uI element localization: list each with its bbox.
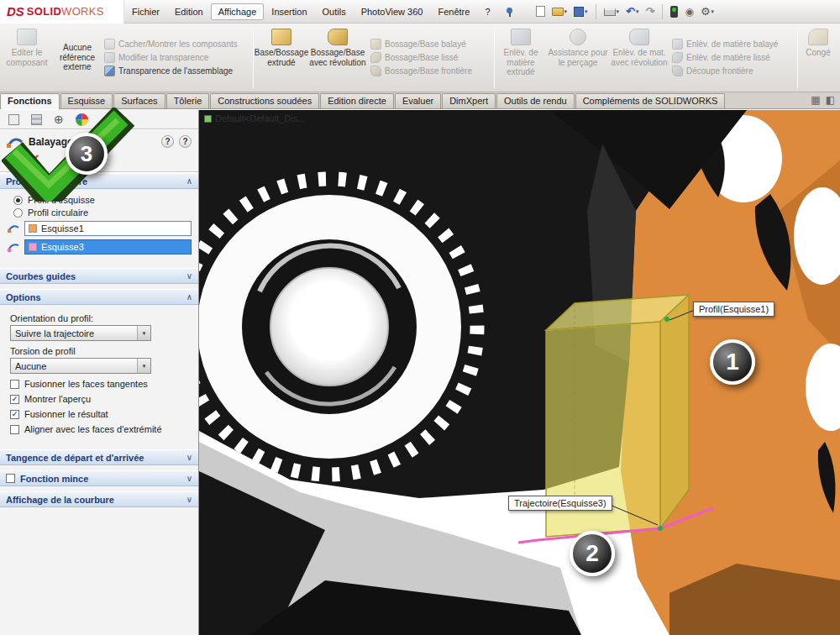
path-color-swatch — [29, 243, 37, 251]
ok-button[interactable]: ✓ — [8, 153, 18, 166]
display-settings-button[interactable]: ◉ — [682, 5, 696, 18]
checkbox-merge-result[interactable]: ✓ Fusionner le résultat — [10, 409, 198, 419]
menu-fenetre[interactable]: Fenêtre — [430, 3, 477, 20]
lofted-boss-button[interactable]: Bossage/Base lissé — [370, 52, 490, 63]
path-selection-field[interactable]: Esquisse3 — [24, 239, 192, 255]
contrast-tool-icon[interactable]: ◧ — [826, 94, 835, 106]
menu-affichage[interactable]: Affichage — [211, 3, 265, 20]
quick-tip-icon[interactable]: ? — [161, 135, 174, 148]
configurationmanager-tab-icon[interactable] — [31, 114, 42, 125]
ribbon-separator — [797, 27, 798, 88]
section-thin-feature[interactable]: Fonction mince ∨ — [0, 470, 198, 486]
section-curvature-display[interactable]: Affichage de la courbure ∨ — [0, 491, 198, 507]
revolved-boss-button[interactable]: Bossage/Base avec révolution — [308, 25, 367, 90]
swept-cut-icon — [672, 39, 683, 50]
checkbox-align-end-faces[interactable]: Aligner avec les faces d'extrémité — [10, 424, 198, 434]
save-button[interactable]: ▾ — [571, 5, 591, 18]
help-icon[interactable]: ? — [179, 135, 192, 148]
dropdown-arrow-icon: ▾ — [137, 326, 150, 340]
graphics-area[interactable]: Default<Default_Dis... Profil(Esquisse1)… — [199, 110, 840, 635]
assembly-transparency-button[interactable]: Transparence de l'assemblage — [104, 66, 249, 76]
tab-dimxpert[interactable]: DimXpert — [442, 93, 496, 108]
orientation-select[interactable]: Suivre la trajectoire ▾ — [10, 325, 151, 341]
hole-wizard-icon — [570, 29, 586, 45]
print-button[interactable]: ▾ — [601, 6, 622, 18]
boundary-boss-button[interactable]: Bossage/Base frontière — [370, 66, 490, 76]
ribbon-separator — [494, 27, 495, 88]
menu-photoview[interactable]: PhotoView 360 — [354, 3, 431, 20]
menu-insertion[interactable]: Insertion — [264, 3, 314, 20]
section-options[interactable]: Options ∧ — [0, 289, 198, 305]
checkbox-merge-tangent-faces[interactable]: Fusionner les faces tangentes — [10, 379, 198, 389]
revolved-cut-button[interactable]: Enlèv. de mat. avec révolution — [610, 25, 669, 90]
menu-fichier[interactable]: Fichier — [124, 3, 167, 20]
undo-button[interactable]: ↶▾ — [623, 4, 641, 18]
menu-outils[interactable]: Outils — [315, 3, 354, 20]
revolved-boss-icon — [328, 29, 348, 45]
tab-surfaces[interactable]: Surfaces — [113, 93, 165, 108]
edit-component-button[interactable]: Editer le composant — [0, 25, 54, 90]
tab-outils-de-rendu[interactable]: Outils de rendu — [496, 93, 575, 108]
swept-boss-button[interactable]: Bossage/Base balayé — [370, 39, 490, 50]
radio-sketch-profile[interactable]: Profil d'esquisse — [13, 195, 198, 205]
change-transparency-button[interactable]: Modifier la transparence — [104, 52, 249, 63]
revolved-cut-icon — [629, 29, 649, 45]
step-1-badge: 1 — [710, 339, 755, 385]
section-guide-curves[interactable]: Courbes guides ∨ — [0, 268, 198, 284]
trajectory-callout[interactable]: Trajectoire(Esquisse3) — [508, 496, 612, 511]
radio-circular-profile[interactable]: Profil circulaire — [13, 207, 198, 218]
toolbar-separator — [596, 4, 596, 19]
extruded-boss-button[interactable]: Base/Bossage extrudé — [255, 25, 308, 90]
redo-icon: ↷ — [645, 6, 654, 17]
swept-cut-button[interactable]: Enlèv. de matière balayé — [672, 39, 793, 50]
displaymanager-tab-icon[interactable] — [76, 113, 88, 126]
lofted-cut-button[interactable]: Enlèv. de matière lissé — [672, 52, 793, 63]
sweep-feature-icon — [7, 136, 24, 148]
dropdown-arrow-icon: ▾ — [137, 359, 150, 373]
tab-esquisse[interactable]: Esquisse — [60, 93, 113, 108]
menu-help[interactable]: ? — [477, 3, 497, 20]
tab-edition-directe[interactable]: Edition directe — [320, 93, 394, 108]
tab-constructions-soudees[interactable]: Constructions soudées — [210, 93, 319, 108]
ribbon-toolbar: Editer le composant Aucune référence ext… — [0, 24, 840, 92]
options-button[interactable]: ⚙▾ — [698, 4, 717, 18]
tab-complements[interactable]: Compléments de SOLIDWORKS — [575, 93, 726, 108]
tab-tolerie[interactable]: Tôlerie — [166, 93, 210, 108]
chevron-down-icon: ∨ — [186, 474, 192, 483]
open-folder-icon — [552, 8, 564, 16]
edit-component-label: Editer le composant — [1, 48, 53, 67]
swept-boss-icon — [370, 39, 381, 50]
twist-select[interactable]: Aucune ▾ — [10, 358, 151, 374]
hide-show-components-button[interactable]: Cacher/Montrer les composants — [104, 39, 249, 50]
checkbox-show-preview[interactable]: ✓ Montrer l'aperçu — [10, 394, 198, 404]
dimxpertmanager-tab-icon[interactable]: ⊕ — [54, 113, 64, 126]
open-document-button[interactable]: ▾ — [549, 6, 570, 18]
pin-menubar-icon[interactable] — [505, 7, 515, 17]
tab-evaluer[interactable]: Evaluer — [395, 93, 441, 108]
hole-wizard-button[interactable]: Assistance pour le perçage — [546, 25, 610, 90]
external-references-button[interactable]: Aucune référence externe — [54, 25, 101, 90]
step-2-badge: 2 — [570, 531, 615, 576]
rebuild-button[interactable] — [668, 4, 680, 19]
options-body: Orientation du profil: Suivre la traject… — [0, 305, 198, 444]
feature-tree-overlay[interactable]: Default<Default_Dis... — [204, 113, 305, 123]
confirm-row: ✓ ✗ — [0, 150, 198, 171]
thin-feature-checkbox[interactable] — [6, 474, 15, 483]
fillet-button[interactable]: Congé — [799, 25, 837, 90]
chevron-up-icon: ∧ — [186, 176, 192, 186]
cancel-button[interactable]: ✗ — [30, 153, 40, 166]
new-document-button[interactable] — [533, 4, 548, 18]
extruded-cut-button[interactable]: Enlèv. de matière extrudé — [496, 25, 546, 90]
tab-fonctions[interactable]: Fonctions — [0, 93, 60, 109]
menu-edition[interactable]: Edition — [167, 3, 211, 20]
grid-tool-icon[interactable]: ▦ — [811, 94, 820, 106]
extruded-cut-icon — [511, 29, 531, 45]
profile-callout[interactable]: Profil(Esquisse1) — [693, 302, 774, 317]
profile-selection-field[interactable]: Esquisse1 — [24, 221, 192, 236]
section-tangency[interactable]: Tangence de départ et d'arrivée ∨ — [0, 449, 198, 465]
boundary-cut-button[interactable]: Découpe frontière — [672, 66, 793, 76]
checkbox-checked-icon: ✓ — [10, 395, 19, 404]
section-profile-path[interactable]: Profil et trajectoire ∧ — [0, 173, 198, 189]
featuremanager-tab-icon[interactable] — [8, 114, 19, 125]
redo-button[interactable]: ↷ — [643, 4, 657, 18]
